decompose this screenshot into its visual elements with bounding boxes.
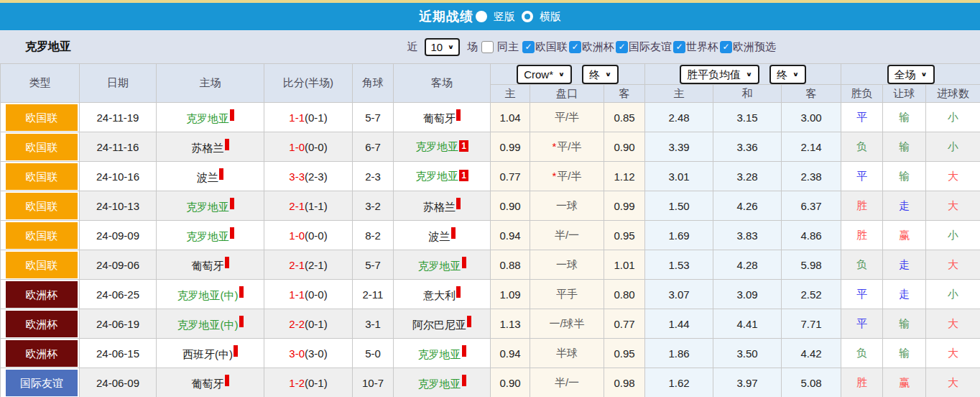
home-team-link[interactable]: 苏格兰 <box>192 142 224 154</box>
vertical-layout-label[interactable]: 竖版 <box>494 10 515 24</box>
odds-away: 0.90 <box>604 132 645 162</box>
subcol-handicap: 盘口 <box>530 85 604 103</box>
competition-checkbox[interactable]: ✓ <box>720 41 732 53</box>
competition-label[interactable]: 国际友谊 <box>629 40 672 54</box>
odds-time-select-value: 终 <box>589 67 600 82</box>
competition-label[interactable]: 欧洲预选 <box>733 40 776 54</box>
result-wdl: 胜 <box>841 368 883 397</box>
avg-type-select[interactable]: 胜平负均值 ∨ <box>680 65 759 84</box>
away-team-link[interactable]: 意大利 <box>423 289 456 301</box>
odds-home: 0.90 <box>491 191 530 221</box>
home-team-link[interactable]: 克罗地亚 <box>186 230 229 242</box>
handicap: 平手 <box>530 280 604 309</box>
home-team-link[interactable]: 克罗地亚 <box>186 201 229 213</box>
halftime-score: (0-1) <box>305 377 328 389</box>
result-wdl: 平 <box>841 103 883 132</box>
competition-checkbox[interactable]: ✓ <box>522 41 535 53</box>
result-wdl: 胜 <box>841 221 883 250</box>
away-team-link[interactable]: 苏格兰 <box>423 201 456 213</box>
avg-home: 1.44 <box>645 309 713 339</box>
odds-home: 0.94 <box>491 339 530 368</box>
home-team-link[interactable]: 葡萄牙 <box>192 378 224 390</box>
same-home-label[interactable]: 同主 <box>497 40 519 54</box>
card-badge <box>456 286 461 298</box>
away-team-link[interactable]: 克罗地亚 <box>418 260 461 272</box>
corners: 5-7 <box>353 103 394 132</box>
avg-type-select-value: 胜平负均值 <box>687 67 741 82</box>
result-wdl: 负 <box>841 250 883 280</box>
odds-time-select[interactable]: 终 ∨ <box>582 65 619 84</box>
match-count-select[interactable]: 10 ∨ <box>425 38 460 56</box>
fulltime-score: 2-1 <box>289 200 305 212</box>
halftime-score: (0-0) <box>305 288 328 301</box>
team-title: 克罗地亚 <box>25 40 71 55</box>
competition-checkbox[interactable]: ✓ <box>569 41 581 53</box>
league-badge: 欧国联 <box>6 163 78 190</box>
corners: 2-3 <box>353 162 394 191</box>
avg-home: 1.62 <box>645 368 713 397</box>
handicap: *平/半 <box>530 132 604 162</box>
col-header-away: 客场 <box>394 64 491 103</box>
handicap: 半球 <box>530 339 604 368</box>
subcol-wdl: 胜负 <box>841 85 883 103</box>
home-team-link[interactable]: 克罗地亚(中) <box>177 289 239 301</box>
home-team-link[interactable]: 克罗地亚(中) <box>177 319 239 331</box>
horizontal-layout-radio[interactable] <box>522 11 533 22</box>
competition-filter[interactable]: ✓欧国联 <box>522 40 568 54</box>
competition-label[interactable]: 世界杯 <box>686 40 718 54</box>
competition-filter[interactable]: ✓世界杯 <box>673 40 718 54</box>
avg-home: 3.07 <box>645 280 713 309</box>
competition-filter[interactable]: ✓国际友谊 <box>616 40 672 54</box>
card-badge <box>239 286 244 298</box>
avg-time-select[interactable]: 终 ∨ <box>769 65 806 84</box>
match-score: 2-1(2-1) <box>264 250 353 280</box>
away-team-link[interactable]: 葡萄牙 <box>423 112 456 124</box>
away-team-link[interactable]: 克罗地亚 <box>415 140 458 152</box>
competition-filter[interactable]: ✓欧洲杯 <box>569 40 614 54</box>
league-badge: 欧洲杯 <box>6 340 78 367</box>
corners: 6-7 <box>353 132 394 162</box>
home-team-link[interactable]: 葡萄牙 <box>192 260 224 272</box>
period-select[interactable]: 全场 ∨ <box>887 65 935 84</box>
odds-away: 0.95 <box>604 339 645 368</box>
home-team-link[interactable]: 波兰 <box>197 171 218 183</box>
filters: 近 10 ∨ 场 ✓ 同主 ✓欧国联✓欧洲杯✓国际友谊✓世界杯✓欧洲预选 <box>407 38 776 56</box>
competition-filter[interactable]: ✓欧洲预选 <box>720 40 776 54</box>
home-team-link[interactable]: 克罗地亚 <box>186 112 229 124</box>
away-team-link[interactable]: 克罗地亚 <box>415 170 458 182</box>
card-badge: 1 <box>459 140 468 152</box>
bookmaker-select[interactable]: Crow* ∨ <box>517 65 572 84</box>
result-goals: 大 <box>926 309 980 339</box>
fulltime-score: 1-1 <box>289 288 305 301</box>
competition-label[interactable]: 欧国联 <box>535 40 568 54</box>
away-team-link[interactable]: 波兰 <box>429 230 450 242</box>
match-date: 24-11-16 <box>80 132 157 162</box>
same-home-checkbox[interactable]: ✓ <box>481 41 494 53</box>
fulltime-score: 2-1 <box>289 259 305 271</box>
avg-home: 1.69 <box>645 221 713 250</box>
horizontal-layout-label[interactable]: 横版 <box>540 10 561 24</box>
avg-draw: 3.50 <box>713 339 782 368</box>
avg-away: 7.71 <box>782 309 841 339</box>
card-badge <box>462 345 466 357</box>
away-team-link[interactable]: 阿尔巴尼亚 <box>412 319 466 331</box>
chevron-down-icon: ∨ <box>448 41 454 53</box>
card-badge <box>456 109 461 121</box>
competition-label[interactable]: 欧洲杯 <box>582 40 614 54</box>
away-team-link[interactable]: 克罗地亚 <box>418 378 461 390</box>
match-score: 3-0(3-0) <box>264 339 353 368</box>
home-team-link[interactable]: 西班牙(中) <box>182 348 233 360</box>
competition-checkbox[interactable]: ✓ <box>673 41 685 53</box>
corners: 3-1 <box>353 309 394 339</box>
result-handicap: 输 <box>883 132 926 162</box>
table-row: 欧国联 24-11-19 克罗地亚 1-1(0-1) 5-7 葡萄牙 1.04 … <box>1 103 980 132</box>
results-table: 类型 日期 主场 比分(半场) 角球 客场 Crow* ∨ 终 ∨ <box>0 63 980 397</box>
away-team-link[interactable]: 克罗地亚 <box>418 348 461 360</box>
odds-away: 0.95 <box>604 221 645 250</box>
vertical-layout-radio[interactable] <box>476 11 487 22</box>
odds-home: 0.77 <box>491 162 530 191</box>
card-badge <box>225 375 229 386</box>
halftime-score: (0-1) <box>305 318 328 330</box>
competition-checkbox[interactable]: ✓ <box>616 41 628 53</box>
odds-home: 0.88 <box>491 250 530 280</box>
